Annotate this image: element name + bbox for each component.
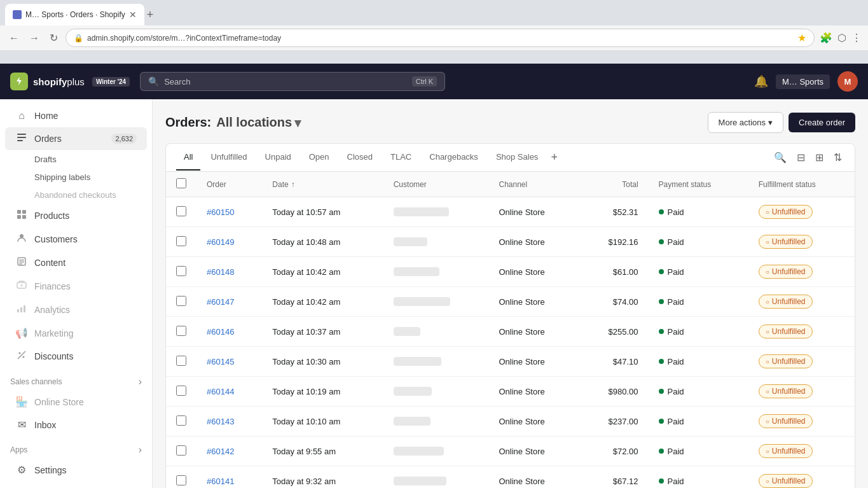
row-checkbox[interactable] (176, 475, 186, 485)
tab-title: M… Sports · Orders · Shopify (25, 10, 125, 19)
payment-status: Paid (668, 387, 684, 396)
table-header: Order Date ↑ Customer Channel Total Paym… (166, 172, 855, 197)
sidebar-item-orders[interactable]: Orders 2,632 (5, 127, 147, 150)
order-number-cell[interactable]: #60145 (196, 347, 262, 377)
row-checkbox[interactable] (176, 356, 186, 366)
order-number-cell[interactable]: #60150 (196, 197, 262, 227)
sidebar-sub-abandoned[interactable]: Abandoned checkouts (5, 186, 147, 204)
search-bar[interactable]: 🔍 Search Ctrl K (140, 72, 445, 91)
sidebar-item-products[interactable]: Products (5, 204, 147, 227)
row-checkbox[interactable] (176, 236, 186, 246)
date-header[interactable]: Date ↑ (262, 172, 383, 197)
order-number: #60143 (207, 417, 234, 426)
fulfillment-status: Unfulfilled (772, 327, 806, 336)
table-row[interactable]: #60144 Today at 10:19 am Online Store $9… (166, 377, 855, 407)
fulfillment-cell: ○ Unfulfilled (748, 257, 855, 287)
fulfillment-badge: ○ Unfulfilled (759, 474, 813, 488)
orders-icon (15, 132, 28, 145)
sidebar-item-customers[interactable]: Customers (5, 228, 147, 251)
location-selector[interactable]: All locations ▾ (216, 115, 301, 130)
sort-icon[interactable]: ⇅ (831, 149, 844, 166)
sidebar-item-label: Discounts (34, 351, 137, 361)
sidebar-sub-shipping[interactable]: Shipping labels (5, 169, 147, 186)
tab-closed[interactable]: Closed (340, 144, 380, 171)
columns-icon[interactable]: ⊞ (813, 149, 826, 166)
filter-icon[interactable]: ⊟ (794, 149, 808, 166)
tab-unpaid[interactable]: Unpaid (258, 144, 299, 171)
sidebar-item-online-store[interactable]: 🏪 Online Store (5, 391, 147, 413)
row-checkbox[interactable] (176, 326, 186, 336)
refresh-button[interactable]: ↻ (47, 29, 60, 46)
sidebar-sub-drafts[interactable]: Drafts (5, 151, 147, 168)
table-row[interactable]: #60145 Today at 10:30 am Online Store $4… (166, 347, 855, 377)
customer-name (394, 387, 432, 396)
payment-status: Paid (668, 267, 684, 277)
fulfillment-badge: ○ Unfulfilled (759, 384, 813, 398)
forward-button[interactable]: → (27, 30, 42, 46)
order-number-cell[interactable]: #60147 (196, 287, 262, 317)
sidebar-item-marketing[interactable]: 📢 Marketing (5, 322, 147, 344)
sidebar-item-content[interactable]: Content (5, 251, 147, 274)
tab-all[interactable]: All (176, 144, 200, 171)
table-row[interactable]: #60143 Today at 10:10 am Online Store $2… (166, 407, 855, 436)
row-checkbox[interactable] (176, 296, 186, 306)
extensions-icon[interactable]: 🧩 (820, 32, 832, 44)
profile-icon[interactable]: ⬡ (837, 32, 846, 44)
row-checkbox[interactable] (176, 415, 186, 426)
tab-unfulfilled[interactable]: Unfulfilled (203, 144, 254, 171)
order-number-cell[interactable]: #60144 (196, 377, 262, 407)
sidebar-item-home[interactable]: ⌂ Home (5, 105, 147, 127)
table-row[interactable]: #60148 Today at 10:42 am Online Store $6… (166, 257, 855, 287)
avatar[interactable]: M (837, 71, 858, 92)
orders-tbody: #60150 Today at 10:57 am Online Store $5… (166, 197, 855, 489)
address-bar[interactable]: 🔒 admin.shopify.com/store/m…?inContextTi… (65, 29, 815, 47)
add-tab-button[interactable]: + (548, 146, 560, 169)
payment-status: Paid (668, 447, 684, 456)
customer-cell (383, 287, 489, 317)
order-number: #60145 (207, 357, 234, 366)
order-number-cell[interactable]: #60148 (196, 257, 262, 287)
back-button[interactable]: ← (6, 30, 22, 46)
order-number-cell[interactable]: #60149 (196, 227, 262, 257)
table-row[interactable]: #60149 Today at 10:48 am Online Store $1… (166, 227, 855, 257)
table-row[interactable]: #60147 Today at 10:42 am Online Store $7… (166, 287, 855, 317)
payment-dot (659, 478, 664, 484)
create-order-button[interactable]: Create order (789, 113, 855, 132)
sidebar-item-inbox[interactable]: ✉ Inbox (5, 414, 147, 436)
sidebar-item-finances[interactable]: Finances (5, 275, 147, 298)
order-number-cell[interactable]: #60143 (196, 407, 262, 436)
tab-open[interactable]: Open (301, 144, 337, 171)
notifications-icon[interactable]: 🔔 (754, 74, 768, 88)
tab-shop-sales[interactable]: Shop Sales (488, 144, 546, 171)
new-tab-button[interactable]: + (147, 8, 154, 22)
row-checkbox[interactable] (176, 445, 186, 456)
order-number-cell[interactable]: #60142 (196, 436, 262, 466)
search-placeholder: Search (164, 77, 190, 87)
apps-expand[interactable]: › (139, 444, 142, 456)
row-checkbox[interactable] (176, 386, 186, 396)
order-number-cell[interactable]: #60141 (196, 466, 262, 489)
search-filter-icon[interactable]: 🔍 (771, 149, 789, 166)
browser-tab[interactable]: M… Sports · Orders · Shopify ✕ (5, 4, 144, 25)
row-checkbox-cell (166, 407, 196, 436)
tab-tlac[interactable]: TLAC (383, 144, 419, 171)
sidebar-item-settings[interactable]: ⚙ Settings (5, 459, 147, 481)
row-checkbox[interactable] (176, 206, 186, 216)
order-number-cell[interactable]: #60146 (196, 317, 262, 347)
select-all-checkbox[interactable] (176, 178, 186, 188)
table-row[interactable]: #60150 Today at 10:57 am Online Store $5… (166, 197, 855, 227)
date-cell: Today at 10:48 am (262, 227, 383, 257)
sales-channels-expand[interactable]: › (139, 376, 142, 387)
store-name[interactable]: M… Sports (776, 74, 830, 89)
tab-close-button[interactable]: ✕ (129, 10, 137, 20)
more-actions-button[interactable]: More actions ▾ (708, 112, 783, 133)
menu-icon[interactable]: ⋮ (851, 32, 862, 44)
table-row[interactable]: #60141 Today at 9:32 am Online Store $67… (166, 466, 855, 489)
table-row[interactable]: #60142 Today at 9:55 am Online Store $72… (166, 436, 855, 466)
sidebar-item-discounts[interactable]: Discounts (5, 345, 147, 368)
sidebar-item-analytics[interactable]: Analytics (5, 298, 147, 321)
tab-chargebacks[interactable]: Chargebacks (422, 144, 486, 171)
svg-rect-12 (19, 263, 22, 265)
table-row[interactable]: #60146 Today at 10:37 am Online Store $2… (166, 317, 855, 347)
row-checkbox[interactable] (176, 266, 186, 276)
